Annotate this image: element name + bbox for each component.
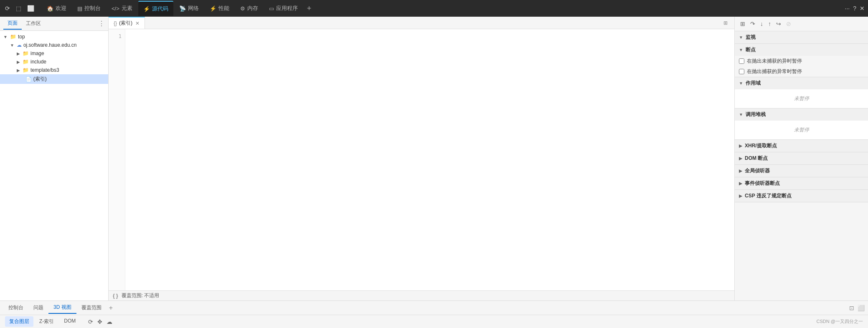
status-icons: ⟳ ✥ ☁ <box>88 318 112 325</box>
tab-sources[interactable]: ⚡ 源代码 <box>138 1 173 16</box>
editor-tab-close-index[interactable]: ✕ <box>135 20 140 26</box>
tree-arrow-top: ▼ <box>3 35 8 39</box>
checkbox-uncaught: 在抛出未捕获的异时暂停 <box>735 56 868 66</box>
dom-arrow: ▶ <box>739 156 742 161</box>
folder-icon-domain: ☁ <box>17 42 22 48</box>
tab-performance[interactable]: ⚡ 性能 <box>205 1 234 16</box>
editor-toolbar-right: ⊞ <box>720 20 734 26</box>
close-icon[interactable]: ✕ <box>860 5 865 12</box>
debug-section-event-listeners: ▶ 事件侦听器断点 <box>735 177 868 190</box>
right-toolbar: ⊞ ↷ ↓ ↑ ↪ ⊘ <box>735 17 868 31</box>
deactivate-button[interactable]: ⊘ <box>785 19 792 28</box>
elements-icon: </> <box>112 5 119 12</box>
layer-tab-dom[interactable]: DOM <box>60 316 80 327</box>
welcome-icon: 🏠 <box>47 5 53 12</box>
debug-section-dom: ▶ DOM 断点 <box>735 152 868 165</box>
tree-item-image[interactable]: ▶ 📁 image <box>0 49 108 58</box>
checkbox-caught-input[interactable] <box>739 69 744 74</box>
checkbox-caught: 在抛出捕获的异常时暂停 <box>735 66 868 77</box>
reset-icon[interactable]: ⟳ <box>88 318 93 325</box>
csp-arrow: ▶ <box>739 194 742 198</box>
bottom-tab-3d[interactable]: 3D 视图 <box>48 302 76 314</box>
scope-header[interactable]: ▼ 作用域 <box>735 77 868 89</box>
dom-label: DOM 断点 <box>745 155 768 162</box>
dock-left-icon[interactable]: ⊡ <box>849 305 854 311</box>
dock-icon[interactable]: ⬜ <box>25 3 36 13</box>
add-tab-button[interactable]: + <box>304 3 315 15</box>
line-numbers: 1 <box>109 29 125 290</box>
step-into-button[interactable]: ↓ <box>759 19 764 28</box>
callstack-header[interactable]: ▼ 调用堆栈 <box>735 108 868 121</box>
tab-workspace[interactable]: 工作区 <box>22 18 45 29</box>
tab-page[interactable]: 页面 <box>3 18 22 30</box>
new-tab-icon[interactable]: ⟳ <box>3 3 12 13</box>
bottom-tab-issues[interactable]: 问题 <box>28 302 48 313</box>
console-icon: ▤ <box>77 5 82 12</box>
upload-icon[interactable]: ☁ <box>107 318 112 325</box>
editor-tab-index[interactable]: {} (索引) ✕ <box>109 17 145 29</box>
tab-console[interactable]: ▤ 控制台 <box>72 1 106 16</box>
breakpoints-header[interactable]: ▼ 断点 <box>735 44 868 56</box>
checkbox-uncaught-input[interactable] <box>739 58 744 64</box>
csp-header[interactable]: ▶ CSP 违反了规定断点 <box>735 190 868 202</box>
split-icon[interactable]: ⬚ <box>14 3 23 13</box>
tree-item-domain[interactable]: ▼ ☁ oj.software.haue.edu.cn <box>0 41 108 49</box>
panel-more-icon[interactable]: ⋮ <box>98 20 105 28</box>
more-icon[interactable]: ··· <box>845 5 850 12</box>
step-button[interactable]: ↪ <box>775 19 782 28</box>
debug-section-global-listeners: ▶ 全局侦听器 <box>735 165 868 177</box>
tab-application[interactable]: ▭ 应用程序 <box>264 1 303 16</box>
layer-tab-zindex[interactable]: Z-索引 <box>35 316 58 327</box>
step-over-button[interactable]: ↷ <box>749 19 756 28</box>
debug-section-callstack: ▼ 调用堆栈 未暂停 <box>735 108 868 140</box>
help-icon[interactable]: ? <box>853 5 856 12</box>
event-listeners-header[interactable]: ▶ 事件侦听器断点 <box>735 177 868 189</box>
tree-label-top: top <box>18 34 25 40</box>
watch-label: 监视 <box>746 34 756 41</box>
expand-icon[interactable]: ⬜ <box>858 305 865 311</box>
bottom-tabs: 控制台 问题 3D 视图 覆盖范围 + ⊡ ⬜ <box>0 300 868 315</box>
bottom-tab-coverage[interactable]: 覆盖范围 <box>76 302 107 313</box>
tree-label-index: (索引) <box>33 76 47 83</box>
layer-tab-composite[interactable]: 复合图层 <box>5 316 33 327</box>
xhr-label: XHR/提取断点 <box>745 142 777 149</box>
checkbox-uncaught-label: 在抛出未捕获的异时暂停 <box>747 58 802 65</box>
left-panel-tabs: 页面 工作区 ⋮ <box>0 17 108 31</box>
main-container: 页面 工作区 ⋮ ▼ 📁 top ▼ ☁ oj.software.haue.ed… <box>0 17 868 328</box>
pan-icon[interactable]: ✥ <box>97 318 102 325</box>
editor-status: { } 覆盖范围: 不适用 <box>109 290 734 300</box>
tree-item-template[interactable]: ▶ 📁 template/bs3 <box>0 66 108 74</box>
tab-welcome[interactable]: 🏠 欢迎 <box>42 1 71 16</box>
watch-header[interactable]: ▼ 监视 <box>735 31 868 43</box>
tree-arrow-domain: ▼ <box>10 43 14 48</box>
debug-section-breakpoints: ▼ 断点 在抛出未捕获的异时暂停 在抛出捕获的异常时暂停 <box>735 44 868 77</box>
scope-label: 作用域 <box>746 80 761 87</box>
code-content[interactable] <box>125 29 734 290</box>
resume-button[interactable]: ⊞ <box>739 19 746 28</box>
folder-icon-include: 📁 <box>23 59 29 65</box>
tab-elements[interactable]: </> 元素 <box>107 1 137 16</box>
xhr-header[interactable]: ▶ XHR/提取断点 <box>735 140 868 152</box>
format-icon[interactable]: ⊞ <box>723 20 728 26</box>
tree-arrow-template: ▶ <box>17 68 20 73</box>
tab-memory[interactable]: ⚙ 内存 <box>235 1 263 16</box>
bottom-tab-console[interactable]: 控制台 <box>3 302 28 313</box>
folder-icon-image: 📁 <box>23 50 29 56</box>
application-icon: ▭ <box>269 5 274 12</box>
folder-icon-template: 📁 <box>23 67 29 73</box>
tree-item-include[interactable]: ▶ 📁 include <box>0 58 108 66</box>
dom-header[interactable]: ▶ DOM 断点 <box>735 152 868 164</box>
editor-tabs: {} (索引) ✕ ⊞ <box>109 17 734 29</box>
global-listeners-header[interactable]: ▶ 全局侦听器 <box>735 165 868 177</box>
status-braces: { } <box>113 293 118 299</box>
callstack-label: 调用堆栈 <box>746 111 766 118</box>
tree-item-index[interactable]: 📄 (索引) <box>0 74 108 84</box>
add-bottom-tab-button[interactable]: + <box>107 303 115 313</box>
bottom-statusbar: 复合图层 Z-索引 DOM ⟳ ✥ ☁ CSDN @一又四分之一 <box>0 315 868 328</box>
tree-label-image: image <box>30 50 44 56</box>
line-number-1: 1 <box>109 33 122 40</box>
tree-item-top[interactable]: ▼ 📁 top <box>0 33 108 41</box>
memory-icon: ⚙ <box>240 5 245 12</box>
step-out-button[interactable]: ↑ <box>767 19 772 28</box>
tab-network[interactable]: 📡 网络 <box>174 1 204 16</box>
